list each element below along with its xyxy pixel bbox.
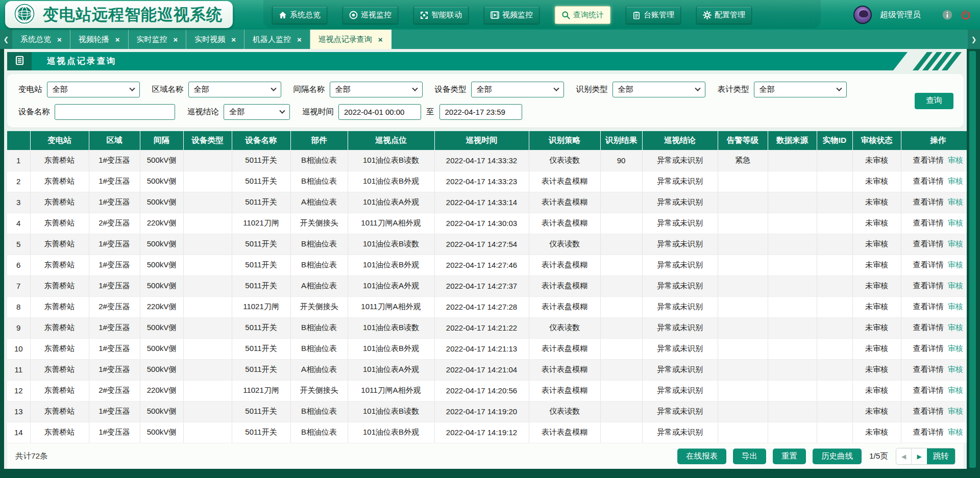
filter-select-3[interactable]: 全部 (471, 82, 564, 97)
tab-0[interactable]: 系统总览× (12, 30, 70, 49)
filter-label: 识别类型 (576, 84, 608, 95)
view-detail-link[interactable]: 查看详情 (913, 427, 944, 436)
footer-button-1[interactable]: 导出 (733, 448, 766, 464)
audit-link[interactable]: 审核 (948, 218, 963, 227)
table-row: 4东善桥站2#变压器220kV侧11021刀闸开关侧接头1011刀闸A相外观20… (7, 213, 967, 234)
cell (183, 275, 232, 296)
search-button[interactable]: 查询 (915, 93, 953, 109)
jump-button[interactable]: 跳转 (927, 448, 955, 464)
audit-link[interactable]: 审核 (948, 427, 963, 436)
column-header: 识别策略 (529, 131, 600, 150)
tab-label: 机器人监控 (253, 35, 291, 44)
cell: 东善桥站 (30, 150, 89, 171)
view-detail-link[interactable]: 查看详情 (913, 218, 944, 227)
view-detail-link[interactable]: 查看详情 (913, 344, 944, 353)
tab-3[interactable]: 实时视频× (186, 30, 244, 49)
nav-link-button[interactable]: 智能联动 (413, 6, 469, 24)
view-detail-link[interactable]: 查看详情 (913, 239, 944, 248)
avatar[interactable] (853, 6, 872, 24)
footer-button-2[interactable]: 重置 (773, 448, 806, 464)
view-detail-link[interactable]: 查看详情 (913, 260, 944, 269)
tab-1[interactable]: 视频轮播× (70, 30, 129, 49)
view-detail-link[interactable]: 查看详情 (913, 156, 944, 164)
column-header: 巡视点位 (348, 131, 434, 150)
audit-link[interactable]: 审核 (948, 177, 963, 185)
filter-select-2[interactable]: 全部 (330, 82, 423, 97)
filter-select-0[interactable]: 全部 (47, 82, 140, 97)
view-detail-link[interactable]: 查看详情 (913, 365, 944, 373)
audit-link[interactable]: 审核 (948, 407, 963, 415)
view-detail-link[interactable]: 查看详情 (913, 281, 944, 290)
device-name-input[interactable] (55, 104, 175, 120)
audit-link[interactable]: 审核 (948, 323, 963, 332)
vertical-scrollbar[interactable] (969, 51, 976, 468)
cell: B相油位表 (290, 338, 348, 359)
filter-select-4[interactable]: 全部 (612, 82, 705, 97)
eye-icon (349, 11, 358, 19)
nav-ledger-button[interactable]: 台账管理 (626, 6, 681, 24)
audit-link[interactable]: 审核 (948, 302, 963, 311)
view-detail-link[interactable]: 查看详情 (913, 302, 944, 311)
close-icon[interactable]: × (115, 36, 120, 43)
time-to-input[interactable] (439, 104, 522, 120)
time-from-input[interactable] (338, 104, 421, 120)
filter-select-1[interactable]: 全部 (188, 82, 281, 97)
view-detail-link[interactable]: 查看详情 (913, 407, 944, 415)
cell: 2#变压器 (89, 296, 140, 317)
conclusion-select[interactable]: 全部 (224, 104, 290, 120)
close-icon[interactable]: × (378, 36, 383, 43)
view-detail-link[interactable]: 查看详情 (913, 197, 944, 206)
cell: 表计表盘模糊 (529, 380, 600, 401)
ops-cell: 查看详情审核 (901, 150, 967, 171)
tab-scroll-left-icon[interactable]: ❮ (0, 30, 12, 49)
close-icon[interactable]: × (297, 36, 302, 43)
video-icon (491, 11, 499, 19)
power-icon[interactable] (961, 10, 971, 20)
filter-select-5[interactable]: 全部 (754, 82, 847, 97)
tab-2[interactable]: 实时监控× (129, 30, 187, 49)
table-row: 7东善桥站1#变压器500kV侧5011开关A相油位表101油位表A外观2022… (7, 275, 967, 296)
close-icon[interactable]: × (231, 36, 236, 43)
audit-link[interactable]: 审核 (948, 239, 963, 248)
nav-label: 系统总览 (290, 10, 321, 20)
view-detail-link[interactable]: 查看详情 (913, 386, 944, 394)
cell: 5 (7, 234, 30, 255)
audit-link[interactable]: 审核 (948, 156, 963, 164)
tab-4[interactable]: 机器人监控× (244, 30, 310, 49)
audit-link[interactable]: 审核 (948, 386, 963, 394)
close-icon[interactable]: × (174, 36, 178, 43)
cell (718, 171, 768, 192)
nav-eye-button[interactable]: 巡视监控 (342, 6, 398, 24)
footer-button-0[interactable]: 在线报表 (677, 448, 726, 464)
tab-5[interactable]: 巡视点记录查询× (310, 30, 391, 49)
prev-page-icon[interactable]: ◀ (896, 448, 912, 464)
cell: 东善桥站 (30, 401, 89, 422)
info-icon[interactable] (942, 10, 952, 20)
cell: 未审核 (852, 359, 901, 380)
cell: 1011刀闸A相外观 (348, 213, 434, 234)
view-detail-link[interactable]: 查看详情 (913, 177, 944, 185)
footer-button-3[interactable]: 历史曲线 (813, 448, 862, 464)
cell: 开关侧接头 (290, 213, 348, 234)
cell: 异常或未识别 (642, 422, 718, 443)
close-icon[interactable]: × (57, 36, 62, 43)
audit-link[interactable]: 审核 (948, 260, 963, 269)
cell: A相油位表 (290, 275, 348, 296)
nav-gear-button[interactable]: 配置管理 (696, 6, 752, 24)
nav-search-button[interactable]: 查询统计 (555, 6, 610, 24)
audit-link[interactable]: 审核 (948, 344, 963, 353)
table-row: 11东善桥站1#变压器500kV侧5011开关A相油位表101油位表A外观202… (7, 359, 967, 380)
tab-scroll-right-icon[interactable]: ❯ (968, 30, 980, 49)
cell (718, 401, 768, 422)
cell: B相油位表 (290, 171, 348, 192)
view-detail-link[interactable]: 查看详情 (913, 323, 944, 332)
ops-cell: 查看详情审核 (901, 192, 967, 213)
ops-cell: 查看详情审核 (901, 359, 967, 380)
nav-video-button[interactable]: 视频监控 (484, 6, 540, 24)
audit-link[interactable]: 审核 (948, 197, 963, 206)
audit-link[interactable]: 审核 (948, 281, 963, 290)
next-page-icon[interactable]: ▶ (912, 448, 927, 464)
audit-link[interactable]: 审核 (948, 365, 963, 373)
nav-home-button[interactable]: 系统总览 (272, 6, 327, 24)
cell (718, 255, 768, 275)
